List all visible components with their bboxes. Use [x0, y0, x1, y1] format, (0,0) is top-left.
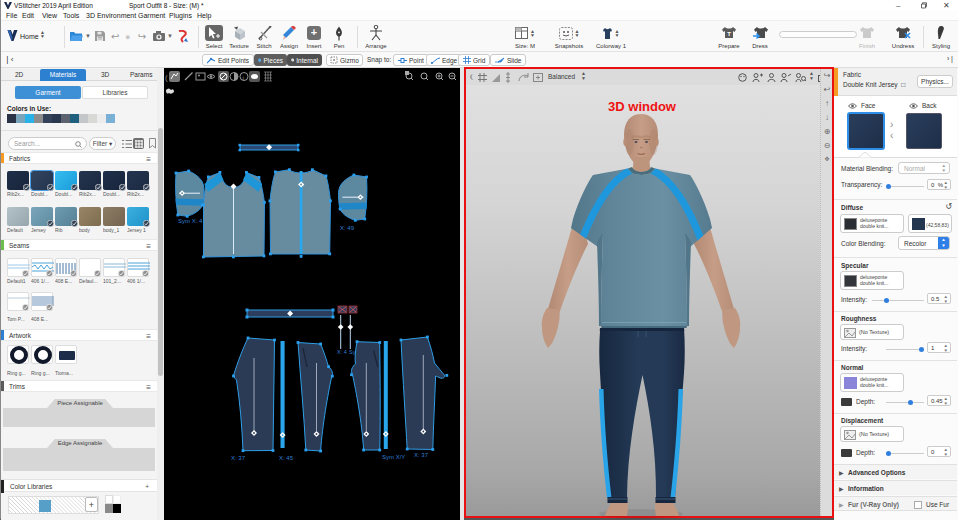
svg-text:(: (	[165, 73, 168, 82]
svg-text:i: i	[243, 75, 244, 81]
svg-text:X: 49: X: 49	[340, 225, 355, 231]
svg-text:Sym X: 4: Sym X: 4	[178, 218, 203, 224]
svg-text:T: T	[727, 31, 731, 37]
svg-text:X: 37: X: 37	[414, 452, 429, 458]
svg-text:X: 4: X: 4	[337, 349, 347, 355]
svg-text:Sym X/Y: Sym X/Y	[382, 454, 405, 460]
svg-text:X: 45: X: 45	[279, 455, 294, 461]
svg-text:X: 37: X: 37	[231, 455, 246, 461]
